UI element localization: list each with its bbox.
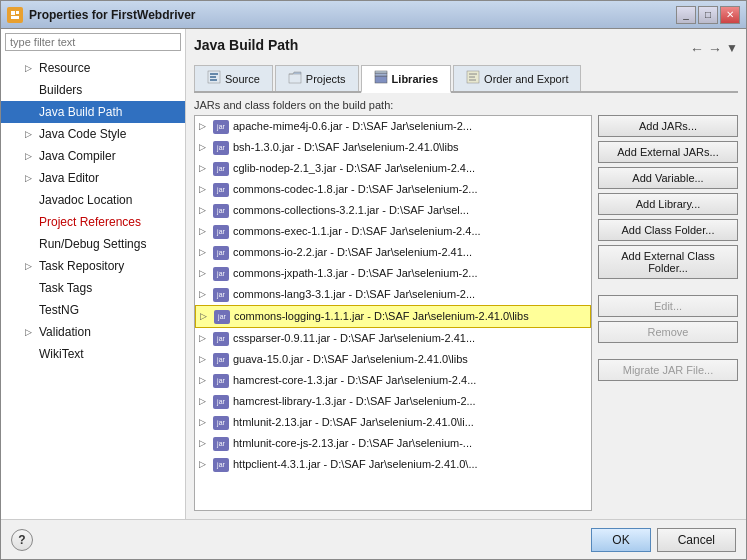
list-item[interactable]: ▷ jar htmlunit-2.13.jar - D:\SAF Jar\sel… — [195, 412, 591, 433]
ok-button[interactable]: OK — [591, 528, 650, 552]
tab-projects[interactable]: Projects — [275, 65, 359, 91]
add-external-jars-button[interactable]: Add External JARs... — [598, 141, 738, 163]
expand-icon: ▷ — [199, 181, 209, 198]
tabs-bar: Source Projects — [194, 65, 738, 93]
tab-source[interactable]: Source — [194, 65, 273, 91]
expand-icon: ▷ — [199, 202, 209, 219]
item-label: hamcrest-library-1.3.jar - D:\SAF Jar\se… — [233, 393, 476, 410]
sidebar-item-wikitext[interactable]: WikiText — [1, 343, 185, 365]
list-item[interactable]: ▷ jar apache-mime4j-0.6.jar - D:\SAF Jar… — [195, 116, 591, 137]
dialog-footer: ? OK Cancel — [1, 519, 746, 559]
sidebar-item-project-references[interactable]: Project References — [1, 211, 185, 233]
list-item[interactable]: ▷ jar bsh-1.3.0.jar - D:\SAF Jar\seleniu… — [195, 137, 591, 158]
list-item[interactable]: ▷ jar commons-jxpath-1.3.jar - D:\SAF Ja… — [195, 263, 591, 284]
sidebar-item-java-compiler[interactable]: ▷ Java Compiler — [1, 145, 185, 167]
tab-libraries[interactable]: Libraries — [361, 65, 451, 93]
nav-dropdown-button[interactable]: ▼ — [726, 41, 738, 57]
help-button[interactable]: ? — [11, 529, 33, 551]
remove-button[interactable]: Remove — [598, 321, 738, 343]
source-icon — [207, 70, 221, 87]
sidebar-item-java-editor[interactable]: ▷ Java Editor — [1, 167, 185, 189]
list-item[interactable]: ▷ jar hamcrest-core-1.3.jar - D:\SAF Jar… — [195, 370, 591, 391]
sidebar-item-testng[interactable]: TestNG — [1, 299, 185, 321]
expand-arrow: ▷ — [25, 323, 35, 341]
jar-icon: jar — [213, 141, 229, 155]
buttons-panel: Add JARs... Add External JARs... Add Var… — [598, 115, 738, 511]
list-item[interactable]: ▷ jar guava-15.0.jar - D:\SAF Jar\seleni… — [195, 349, 591, 370]
sidebar-item-label: WikiText — [39, 345, 84, 363]
sidebar-item-task-tags[interactable]: Task Tags — [1, 277, 185, 299]
list-item[interactable]: ▷ jar cglib-nodep-2.1_3.jar - D:\SAF Jar… — [195, 158, 591, 179]
svg-rect-1 — [11, 11, 15, 15]
sidebar-item-label: Javadoc Location — [39, 191, 132, 209]
list-item[interactable]: ▷ jar commons-io-2.2.jar - D:\SAF Jar\se… — [195, 242, 591, 263]
sidebar-item-java-build-path[interactable]: Java Build Path — [1, 101, 185, 123]
list-item[interactable]: ▷ jar cssparser-0.9.11.jar - D:\SAF Jar\… — [195, 328, 591, 349]
item-label: httpclient-4.3.1.jar - D:\SAF Jar\seleni… — [233, 456, 478, 473]
sidebar-item-label: Resource — [39, 59, 90, 77]
jar-icon: jar — [213, 437, 229, 451]
add-class-folder-button[interactable]: Add Class Folder... — [598, 219, 738, 241]
expand-icon: ▷ — [199, 160, 209, 177]
sidebar-item-builders[interactable]: Builders — [1, 79, 185, 101]
add-variable-button[interactable]: Add Variable... — [598, 167, 738, 189]
sidebar-item-task-repository[interactable]: ▷ Task Repository — [1, 255, 185, 277]
jar-icon: jar — [213, 458, 229, 472]
edit-button[interactable]: Edit... — [598, 295, 738, 317]
minimize-button[interactable]: _ — [676, 6, 696, 24]
list-item[interactable]: ▷ jar httpclient-4.3.1.jar - D:\SAF Jar\… — [195, 454, 591, 475]
sidebar-item-validation[interactable]: ▷ Validation — [1, 321, 185, 343]
expand-arrow: ▷ — [25, 147, 35, 165]
list-item[interactable]: ▷ jar commons-codec-1.8.jar - D:\SAF Jar… — [195, 179, 591, 200]
jar-icon: jar — [213, 120, 229, 134]
dialog-title: Properties for FirstWebdriver — [29, 8, 676, 22]
expand-icon: ▷ — [199, 286, 209, 303]
order-export-icon — [466, 70, 480, 87]
nav-forward-button[interactable]: → — [708, 41, 722, 57]
expand-icon: ▷ — [199, 393, 209, 410]
jar-list[interactable]: ▷ jar apache-mime4j-0.6.jar - D:\SAF Jar… — [195, 116, 591, 510]
sidebar-item-run-debug[interactable]: Run/Debug Settings — [1, 233, 185, 255]
jar-icon: jar — [213, 288, 229, 302]
jar-icon: jar — [213, 353, 229, 367]
jar-icon: jar — [213, 246, 229, 260]
btn-spacer — [598, 347, 738, 355]
svg-rect-6 — [210, 76, 216, 78]
sidebar-item-label: Java Code Style — [39, 125, 126, 143]
dialog: Properties for FirstWebdriver _ □ ✕ ▷ Re… — [0, 0, 747, 560]
svg-rect-5 — [210, 73, 218, 75]
expand-icon: ▷ — [199, 244, 209, 261]
list-item[interactable]: ▷ jar htmlunit-core-js-2.13.jar - D:\SAF… — [195, 433, 591, 454]
projects-icon — [288, 70, 302, 87]
sidebar-item-javadoc-location[interactable]: Javadoc Location — [1, 189, 185, 211]
list-item[interactable]: ▷ jar commons-exec-1.1.jar - D:\SAF Jar\… — [195, 221, 591, 242]
close-button[interactable]: ✕ — [720, 6, 740, 24]
jar-icon: jar — [213, 183, 229, 197]
cancel-button[interactable]: Cancel — [657, 528, 736, 552]
sidebar-item-java-code-style[interactable]: ▷ Java Code Style — [1, 123, 185, 145]
sidebar-item-resource[interactable]: ▷ Resource — [1, 57, 185, 79]
filter-input[interactable] — [5, 33, 181, 51]
list-item-highlighted[interactable]: ▷ jar commons-logging-1.1.1.jar - D:\SAF… — [195, 305, 591, 328]
tab-order-export[interactable]: Order and Export — [453, 65, 581, 91]
tab-source-label: Source — [225, 73, 260, 85]
expand-icon: ▷ — [199, 414, 209, 431]
list-item[interactable]: ▷ jar hamcrest-library-1.3.jar - D:\SAF … — [195, 391, 591, 412]
nav-back-button[interactable]: ← — [690, 41, 704, 57]
list-item[interactable]: ▷ jar commons-collections-3.2.1.jar - D:… — [195, 200, 591, 221]
jar-icon: jar — [213, 225, 229, 239]
migrate-jar-button[interactable]: Migrate JAR File... — [598, 359, 738, 381]
add-external-class-folder-button[interactable]: Add External Class Folder... — [598, 245, 738, 279]
jar-icon: jar — [213, 162, 229, 176]
jar-icon: jar — [213, 416, 229, 430]
expand-arrow: ▷ — [25, 169, 35, 187]
list-item[interactable]: ▷ jar commons-lang3-3.1.jar - D:\SAF Jar… — [195, 284, 591, 305]
maximize-button[interactable]: □ — [698, 6, 718, 24]
expand-icon: ▷ — [199, 456, 209, 473]
svg-rect-3 — [11, 16, 19, 19]
libraries-icon — [374, 70, 388, 87]
add-jars-button[interactable]: Add JARs... — [598, 115, 738, 137]
add-library-button[interactable]: Add Library... — [598, 193, 738, 215]
sidebar: ▷ Resource Builders Java Build Path ▷ Ja… — [1, 29, 186, 519]
svg-rect-9 — [375, 76, 387, 83]
